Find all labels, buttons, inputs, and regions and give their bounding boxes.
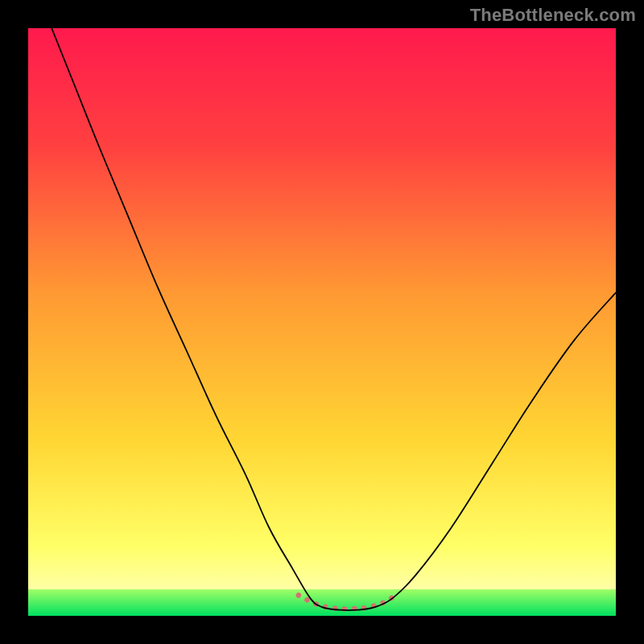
plot-svg <box>28 28 616 616</box>
watermark-text: TheBottleneck.com <box>470 5 636 26</box>
bottom-green-band <box>28 589 616 616</box>
gradient-background <box>28 28 616 616</box>
plot-area <box>28 28 616 616</box>
chart-frame: TheBottleneck.com <box>0 0 644 644</box>
